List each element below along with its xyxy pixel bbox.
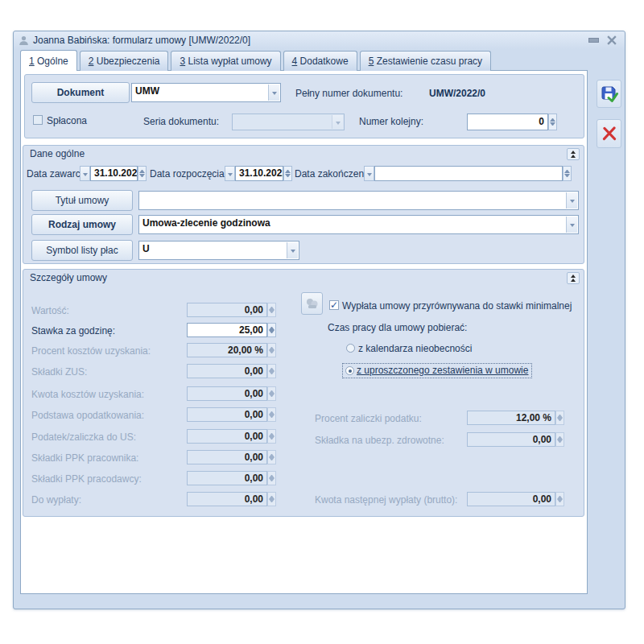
tab-ogolne[interactable]: 1 Ogólne — [20, 50, 77, 71]
tab-page-ogolne: Dokument UMW Pełny numer dokumentu: UMW/… — [20, 70, 588, 594]
window-title: Joanna Babińska: formularz umowy [UMW/20… — [33, 35, 250, 46]
skladka-zdrowotna-input: 0,00 — [467, 432, 555, 447]
tab-zestawienie[interactable]: 5 Zestawienie czasu pracy — [360, 51, 491, 71]
dokument-button[interactable]: Dokument — [31, 82, 130, 103]
kwota-kosztow-label: Kwota kosztów uzyskania: — [31, 389, 144, 400]
data-rozpoczecia-spinner[interactable] — [283, 166, 292, 181]
chevron-down-icon[interactable] — [287, 242, 298, 258]
chevron-down-icon[interactable] — [566, 192, 577, 208]
procent-zaliczki-label: Procent zaliczki podatku: — [315, 413, 422, 424]
splacona-checkbox[interactable] — [33, 115, 43, 125]
tytul-umowy-combo[interactable] — [138, 191, 579, 210]
wartosc-label: Wartość: — [31, 305, 69, 316]
procent-zaliczki-input: 12,00 % — [467, 411, 555, 425]
ppk-pracodawcy-input: 0,00 — [187, 471, 267, 485]
data-zawarcia-calendar-dropdown[interactable] — [80, 166, 90, 181]
data-zawarcia-spinner[interactable] — [138, 166, 147, 181]
tab-strip: 1 Ogólne 2 Ubezpieczenia 3 Lista wypłat … — [20, 51, 493, 71]
coins-icon — [305, 296, 320, 311]
do-wyplaty-input: 0,00 — [187, 492, 267, 506]
tytul-umowy-button[interactable]: Tytuł umowy — [31, 190, 133, 211]
collapse-button[interactable] — [567, 272, 580, 284]
contract-form-window: Joanna Babińska: formularz umowy [UMW/20… — [13, 31, 625, 609]
tab-lista-wyplat[interactable]: 3 Lista wypłat umowy — [171, 51, 280, 71]
kwota-kosztow-input: 0,00 — [187, 386, 267, 401]
save-floppy-icon — [599, 84, 619, 104]
document-panel: Dokument UMW Pełny numer dokumentu: UMW/… — [24, 74, 584, 138]
dane-ogolne-group: Dane ogólne Data zawarcia: 31.10.2022 Da… — [23, 145, 584, 264]
radio-uproszczone-group[interactable]: z uproszczonego zestawienia w umowie — [342, 363, 532, 378]
numer-kolejny-label: Numer kolejny: — [359, 116, 423, 127]
stawka-spinner[interactable] — [267, 323, 276, 337]
czas-pracy-label: Czas pracy dla umowy pobierać: — [328, 322, 467, 333]
cancel-x-icon — [601, 125, 618, 142]
data-zakonczenia-input[interactable] — [374, 166, 563, 181]
seria-combo — [232, 114, 345, 130]
szczegoly-umowy-group: Szczegóły umowy Wartość: 0,00 Stawka za … — [23, 269, 584, 517]
rodzaj-umowy-combo[interactable]: Umowa-zlecenie godzinowa — [138, 215, 579, 234]
skladka-zdrowotna-label: Składka na ubezp. zdrowotne: — [315, 435, 444, 446]
ppk-pracownika-label: Składki PPK pracownika: — [31, 452, 138, 464]
skladki-zus-input: 0,00 — [187, 364, 267, 378]
numer-kolejny-spinner[interactable] — [548, 114, 557, 130]
procent-kosztow-input: 20,00 % — [187, 343, 267, 357]
data-zawarcia-input[interactable]: 31.10.2022 — [90, 166, 138, 181]
stawka-input[interactable]: 25,00 — [187, 323, 267, 337]
data-zakonczenia-label: Data zakończenia: — [295, 168, 374, 180]
cancel-button[interactable] — [597, 119, 621, 148]
splacona-label: Spłacona — [47, 115, 87, 126]
pelny-numer-label: Pełny numer dokumentu: — [295, 88, 402, 99]
podstawa-spinner — [267, 407, 276, 422]
titlebar[interactable]: Joanna Babińska: formularz umowy [UMW/20… — [14, 31, 625, 49]
double-chevron-up-icon — [571, 275, 576, 283]
wyplata-minimalna-checkbox[interactable] — [329, 300, 339, 310]
data-rozpoczecia-input[interactable]: 31.10.2022 — [235, 166, 283, 181]
ppk-pracodawcy-label: Składki PPK pracodawcy: — [31, 473, 142, 485]
numer-kolejny-input[interactable]: 0 — [467, 114, 548, 130]
collapse-button[interactable] — [567, 148, 580, 160]
skladki-zus-spinner — [267, 364, 276, 378]
rodzaj-umowy-button[interactable]: Rodzaj umowy — [31, 214, 133, 235]
save-button[interactable] — [597, 80, 621, 108]
wartosc-input: 0,00 — [187, 303, 267, 317]
podstawa-label: Podstawa opodatkowania: — [31, 410, 144, 421]
wyplata-minimalna-label: Wypłata umowy przyrównywana do stawki mi… — [342, 300, 572, 312]
symbol-listy-plac-button[interactable]: Symbol listy płac — [31, 240, 133, 261]
skladka-zdrowotna-spinner — [555, 432, 564, 447]
data-zakonczenia-calendar-dropdown[interactable] — [364, 166, 374, 181]
data-rozpoczecia-label: Data rozpoczęcia: — [150, 168, 227, 180]
chevron-down-icon[interactable] — [268, 85, 279, 101]
radio-uproszczone[interactable] — [345, 366, 354, 375]
tab-dodatkowe[interactable]: 4 Dodatkowe — [283, 51, 357, 71]
do-wyplaty-spinner — [267, 492, 276, 506]
procent-kosztow-label: Procent kosztów uzyskania: — [31, 345, 151, 357]
radio-kalendarz[interactable] — [346, 344, 355, 353]
dane-ogolne-title: Dane ogólne — [30, 148, 85, 159]
ppk-pracodawcy-spinner — [267, 471, 276, 485]
tab-ubezpieczenia[interactable]: 2 Ubezpieczenia — [80, 51, 169, 71]
radio-uproszczone-label: z uproszczonego zestawienia w umowie — [357, 365, 528, 376]
chevron-down-icon — [332, 115, 343, 129]
data-zakonczenia-spinner[interactable] — [563, 166, 572, 181]
podatek-input: 0,00 — [187, 429, 267, 444]
procent-kosztow-spinner — [267, 343, 276, 357]
do-wyplaty-label: Do wypłaty: — [31, 494, 81, 506]
podstawa-input: 0,00 — [187, 407, 267, 422]
person-icon — [19, 35, 29, 46]
data-rozpoczecia-calendar-dropdown[interactable] — [225, 166, 235, 181]
minimize-icon[interactable] — [588, 35, 597, 45]
stawka-label: Stawka za godzinę: — [31, 325, 115, 336]
symbol-listy-plac-combo[interactable]: U — [138, 241, 299, 260]
radio-kalendarz-label: z kalendarza nieobecności — [358, 343, 472, 354]
close-icon[interactable] — [607, 35, 617, 45]
pelny-numer-value: UMW/2022/0 — [429, 88, 485, 99]
szczegoly-umowy-title: Szczegóły umowy — [30, 272, 107, 283]
ppk-pracownika-input: 0,00 — [187, 450, 267, 464]
podatek-label: Podatek/zaliczka do US: — [31, 431, 136, 443]
chevron-down-icon[interactable] — [566, 217, 577, 233]
dokument-schema-combo[interactable]: UMW — [131, 83, 281, 102]
kwota-nastepnej-spinner — [555, 492, 564, 506]
recalculate-button — [301, 292, 323, 315]
double-chevron-up-icon — [571, 151, 576, 159]
skladki-zus-label: Składki ZUS: — [31, 366, 87, 378]
